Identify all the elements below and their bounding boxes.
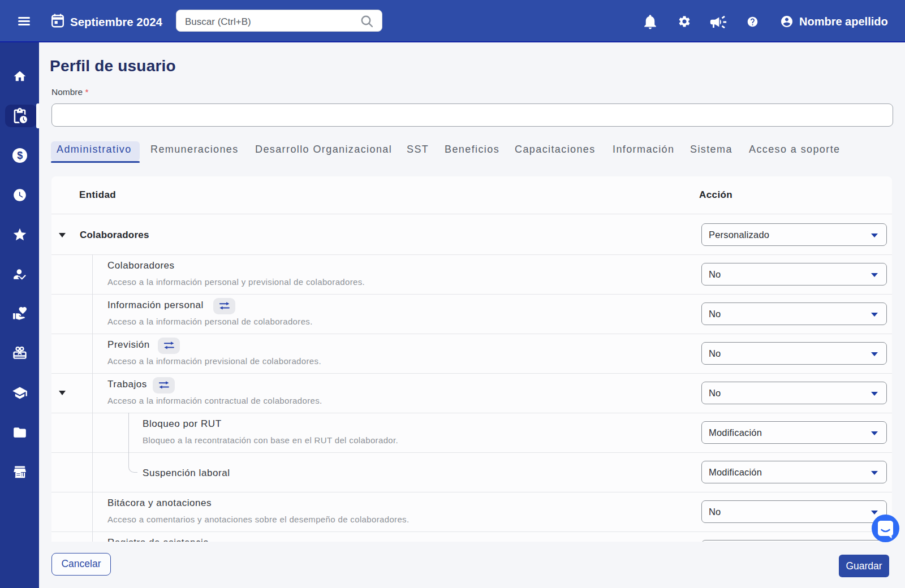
svg-text:$: $ (17, 150, 23, 161)
